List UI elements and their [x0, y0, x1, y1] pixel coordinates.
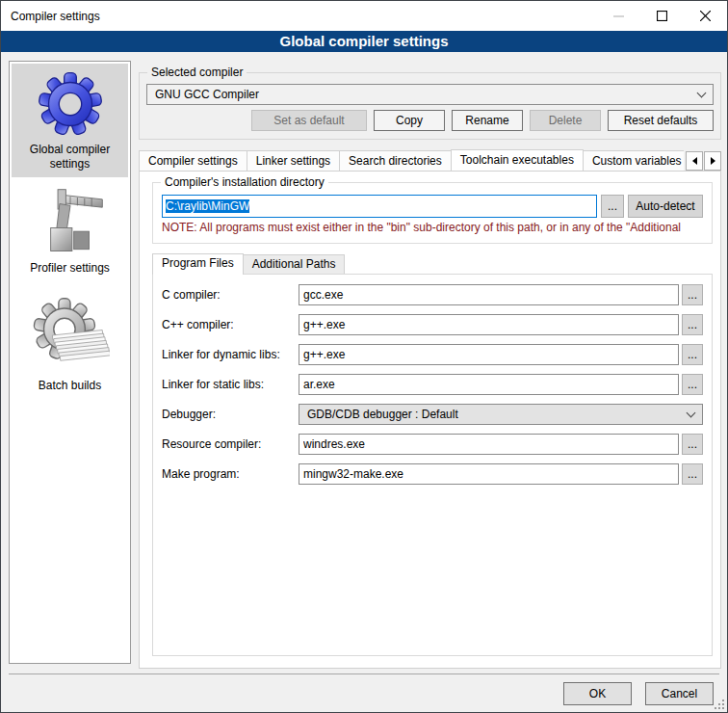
selected-compiler-group: Selected compiler GNU GCC Compiler Set a…	[139, 72, 721, 140]
arrow-right-icon	[711, 157, 715, 165]
subtab-additional-paths[interactable]: Additional Paths	[243, 254, 346, 274]
static-linker-browse-button[interactable]: ...	[682, 374, 703, 395]
tab-search-directories[interactable]: Search directories	[339, 150, 452, 171]
compiler-buttons-row: Set as default Copy Rename Delete Reset …	[146, 110, 714, 131]
install-dir-browse-button[interactable]: ...	[601, 195, 624, 218]
dynamic-linker-browse-button[interactable]: ...	[682, 344, 703, 365]
tab-scroll-right-button[interactable]	[704, 151, 721, 171]
tab-custom-variables[interactable]: Custom variables	[583, 150, 684, 171]
field-label: Linker for static libs:	[162, 378, 299, 391]
maximize-icon	[657, 11, 667, 21]
set-as-default-button[interactable]: Set as default	[251, 110, 367, 131]
make-program-browse-button[interactable]: ...	[682, 463, 703, 485]
c-compiler-browse-button[interactable]: ...	[682, 284, 703, 305]
field-row-dynamic-linker: Linker for dynamic libs: ...	[162, 344, 703, 365]
field-label: Debugger:	[162, 408, 299, 421]
toolchain-executables-page: Compiler's installation directory C:\ray…	[139, 171, 721, 669]
minimize-button[interactable]	[597, 1, 640, 31]
ok-button[interactable]: OK	[563, 682, 632, 705]
copy-button[interactable]: Copy	[374, 110, 445, 131]
sidebar-item-batch-builds[interactable]: Batch builds	[12, 289, 128, 399]
dynamic-linker-input[interactable]	[299, 344, 679, 365]
footer-separator	[9, 673, 719, 674]
titlebar: Compiler settings	[1, 1, 727, 31]
sidebar-item-profiler-settings[interactable]: Profiler settings	[12, 179, 128, 281]
main-content: Selected compiler GNU GCC Compiler Set a…	[139, 61, 721, 665]
field-row-c-compiler: C compiler: ...	[162, 284, 703, 305]
field-label: C++ compiler:	[162, 318, 299, 331]
install-dir-note: NOTE: All programs must exist either in …	[162, 221, 703, 234]
field-label: Linker for dynamic libs:	[162, 348, 299, 361]
chevron-down-icon	[697, 88, 707, 97]
resize-grip[interactable]	[714, 699, 725, 710]
rename-button[interactable]: Rename	[452, 110, 523, 131]
tab-linker-settings[interactable]: Linker settings	[247, 150, 340, 171]
dialog-body: Global compiler settings	[1, 52, 727, 712]
field-row-make-program: Make program: ...	[162, 463, 703, 485]
maximize-button[interactable]	[640, 1, 684, 31]
toolchain-subtabstrip: Program Files Additional Paths	[152, 252, 713, 274]
close-button[interactable]	[684, 1, 727, 31]
field-row-debugger: Debugger: GDB/CDB debugger : Default	[162, 404, 703, 425]
sidebar-item-label: Global compiler settings	[13, 143, 126, 172]
gray-gear-stack-icon	[31, 296, 110, 375]
cancel-button[interactable]: Cancel	[645, 682, 714, 705]
blue-gear-icon	[33, 69, 108, 139]
sidebar-item-label: Profiler settings	[30, 261, 110, 276]
compiler-select-value: GNU GCC Compiler	[155, 88, 698, 101]
install-dir-group-label: Compiler's installation directory	[161, 175, 328, 189]
make-program-input[interactable]	[299, 463, 679, 485]
auto-detect-button[interactable]: Auto-detect	[628, 195, 703, 218]
minimize-icon	[613, 11, 624, 21]
field-label: Make program:	[162, 467, 299, 481]
resource-compiler-browse-button[interactable]: ...	[682, 434, 703, 455]
chevron-down-icon	[687, 408, 696, 417]
install-dir-row: C:\raylib\MinGW ... Auto-detect	[162, 195, 703, 218]
field-row-static-linker: Linker for static libs: ...	[162, 374, 703, 395]
field-row-resource-compiler: Resource compiler: ...	[162, 434, 703, 455]
delete-button[interactable]: Delete	[530, 110, 601, 131]
tab-scroll-arrows	[686, 151, 721, 171]
settings-category-list: Global compiler settings	[9, 61, 131, 664]
tab-toolchain-executables[interactable]: Toolchain executables	[451, 149, 584, 171]
reset-defaults-button[interactable]: Reset defaults	[608, 110, 714, 131]
selected-compiler-group-label: Selected compiler	[147, 66, 247, 79]
c-compiler-input[interactable]	[299, 284, 679, 305]
subtab-program-files[interactable]: Program Files	[152, 253, 244, 275]
field-label: C compiler:	[162, 288, 299, 302]
close-icon	[700, 11, 711, 21]
sidebar-item-global-compiler-settings[interactable]: Global compiler settings	[12, 64, 128, 177]
tab-scroll-left-button[interactable]	[686, 151, 703, 171]
install-dir-selected-text: C:\raylib\MinGW	[166, 199, 249, 213]
compiler-settings-dialog: Compiler settings Global compiler settin…	[0, 0, 728, 713]
install-dir-input[interactable]: C:\raylib\MinGW	[162, 195, 597, 218]
static-linker-input[interactable]	[299, 374, 679, 395]
debugger-select-value: GDB/CDB debugger : Default	[307, 408, 688, 421]
resource-compiler-input[interactable]	[299, 434, 679, 455]
window-title: Compiler settings	[1, 10, 597, 23]
field-label: Resource compiler:	[162, 437, 299, 451]
debugger-select[interactable]: GDB/CDB debugger : Default	[299, 404, 703, 425]
cpp-compiler-input[interactable]	[299, 314, 679, 335]
program-files-panel: C compiler: ... C++ compiler: ... Linker…	[152, 274, 713, 656]
arrow-left-icon	[692, 157, 697, 165]
tab-compiler-settings[interactable]: Compiler settings	[139, 150, 247, 171]
install-dir-group: Compiler's installation directory C:\ray…	[152, 182, 713, 244]
cpp-compiler-browse-button[interactable]: ...	[682, 314, 703, 335]
tabs-viewport: Compiler settings Linker settings Search…	[139, 149, 684, 171]
field-row-cpp-compiler: C++ compiler: ...	[162, 314, 703, 335]
compiler-select[interactable]: GNU GCC Compiler	[146, 84, 714, 105]
dialog-header: Global compiler settings	[1, 31, 727, 52]
caliper-icon	[35, 186, 106, 257]
settings-tabstrip: Compiler settings Linker settings Search…	[139, 148, 721, 171]
sidebar-item-label: Batch builds	[39, 379, 101, 393]
